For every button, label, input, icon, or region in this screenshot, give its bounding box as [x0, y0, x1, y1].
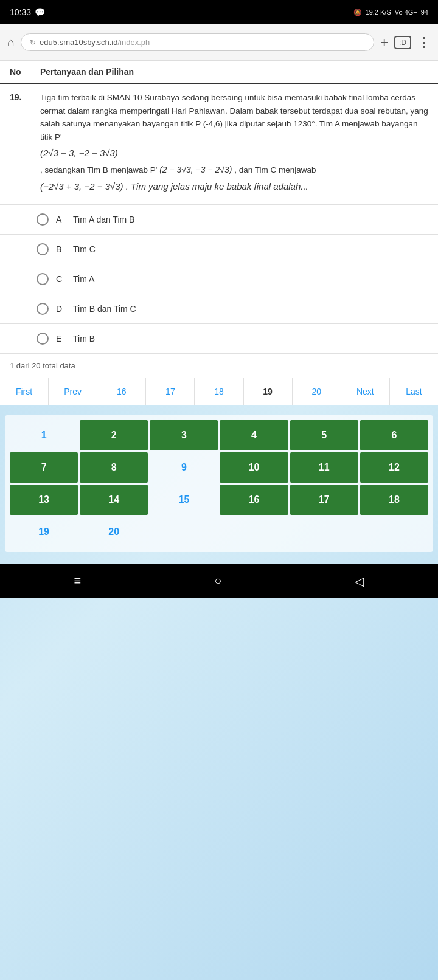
pagination-info: 1 dari 20 total data: [0, 354, 438, 378]
grid-cell-8[interactable]: 8: [80, 452, 148, 483]
grid-cell-16[interactable]: 16: [220, 485, 288, 515]
radio-e[interactable]: [36, 333, 49, 345]
grid-cell-5[interactable]: 5: [290, 420, 358, 450]
status-bar: 10:33 💬 🔕 19.2 K/S Vo 4G+ 94: [0, 0, 438, 24]
pagination-info-text: 1 dari 20 total data: [10, 361, 75, 370]
page-16-button[interactable]: 16: [97, 378, 146, 405]
grid-cell-13[interactable]: 13: [10, 485, 78, 515]
grid-cell-17[interactable]: 17: [290, 485, 358, 515]
tab-count[interactable]: :D: [394, 36, 411, 49]
status-time: 10:33: [10, 7, 31, 17]
grid-cell-7[interactable]: 7: [10, 452, 78, 483]
math-formula-a: (2√3 − 3, −2 − 3√3): [40, 146, 428, 160]
whatsapp-icon: 💬: [35, 7, 45, 17]
option-text-d: Tim B dan Tim C: [73, 304, 136, 314]
question-content: Tiga tim terbaik di SMAN 10 Surabaya sed…: [40, 91, 428, 196]
android-nav: ≡ ○ ◁: [0, 564, 438, 598]
radio-c[interactable]: [36, 273, 49, 285]
url-text: edu5.sma10sby.sch.id/index.ph: [40, 38, 150, 47]
browser-bar: ⌂ ↻ edu5.sma10sby.sch.id/index.ph + :D ⋮: [0, 24, 438, 61]
url-refresh-icon: ↻: [30, 38, 36, 47]
option-text-b: Tim C: [73, 244, 96, 254]
grid-cell-11[interactable]: 11: [290, 452, 358, 483]
grid-cell-9[interactable]: 9: [150, 452, 218, 483]
math-formula-c: (−2√3 + 3, −2 − 3√3) . Tim yang jelas ma…: [40, 179, 428, 194]
grid-cell-1[interactable]: 1: [10, 420, 78, 450]
option-text-a: Tim A dan Tim B: [73, 215, 134, 224]
options-container: A Tim A dan Tim B B Tim C C Tim A D Tim …: [0, 204, 438, 354]
prev-button[interactable]: Prev: [49, 378, 97, 405]
signal-text: 19.2 K/S: [366, 9, 391, 16]
question-number: 19.: [10, 91, 40, 196]
grid-cell-19[interactable]: 19: [10, 517, 78, 547]
android-home-icon[interactable]: ○: [214, 574, 221, 588]
new-tab-button[interactable]: +: [380, 35, 388, 50]
option-d[interactable]: D Tim B dan Tim C: [0, 294, 438, 323]
page-17-button[interactable]: 17: [146, 378, 195, 405]
col-question-header: Pertanyaan dan Pilihan: [40, 67, 428, 77]
option-letter-a: A: [56, 215, 66, 224]
page-20-button[interactable]: 20: [293, 378, 341, 405]
grid-cell-20[interactable]: 20: [80, 517, 148, 547]
option-text-e: Tim B: [73, 334, 95, 343]
option-c[interactable]: C Tim A: [0, 264, 438, 294]
mute-icon: 🔕: [353, 9, 362, 16]
battery-indicator: 94: [421, 9, 428, 16]
option-b[interactable]: B Tim C: [0, 234, 438, 264]
option-text-c: Tim A: [73, 274, 94, 284]
android-menu-icon[interactable]: ≡: [74, 574, 82, 588]
page-18-button[interactable]: 18: [195, 378, 243, 405]
menu-dots-button[interactable]: ⋮: [417, 35, 431, 50]
grid-cell-3[interactable]: 3: [150, 420, 218, 450]
option-e[interactable]: E Tim B: [0, 323, 438, 354]
first-button[interactable]: First: [0, 378, 49, 405]
option-letter-d: D: [56, 304, 66, 314]
option-letter-e: E: [56, 334, 66, 343]
question-text-2: , sedangkan Tim B menjawab P' (2 − 3√3, …: [40, 163, 428, 177]
grid-cell-15[interactable]: 15: [150, 485, 218, 515]
option-letter-c: C: [56, 274, 66, 284]
last-button[interactable]: Last: [390, 378, 438, 405]
grid-cell-4[interactable]: 4: [220, 420, 288, 450]
grid-cell-10[interactable]: 10: [220, 452, 288, 483]
radio-a[interactable]: [36, 213, 49, 226]
main-content: No Pertanyaan dan Pilihan 19. Tiga tim t…: [0, 61, 438, 405]
url-bar[interactable]: ↻ edu5.sma10sby.sch.id/index.ph: [21, 33, 374, 51]
radio-d[interactable]: [36, 303, 49, 315]
number-grid-section: 1234567891011121314151617181920: [5, 415, 433, 552]
pagination-bar[interactable]: First Prev 16 17 18 19 20 Next Last: [0, 378, 438, 405]
network-text: Vo 4G+: [395, 9, 417, 16]
grid-cell-14[interactable]: 14: [80, 485, 148, 515]
number-grid: 1234567891011121314151617181920: [10, 420, 428, 547]
page-19-button[interactable]: 19: [244, 378, 293, 405]
option-letter-b: B: [56, 244, 66, 254]
grid-cell-12[interactable]: 12: [360, 452, 428, 483]
radio-b[interactable]: [36, 243, 49, 255]
option-a[interactable]: A Tim A dan Tim B: [0, 204, 438, 234]
table-header: No Pertanyaan dan Pilihan: [0, 61, 438, 84]
home-button[interactable]: ⌂: [7, 35, 15, 49]
question-row: 19. Tiga tim terbaik di SMAN 10 Surabaya…: [0, 84, 438, 204]
android-back-icon[interactable]: ◁: [355, 574, 364, 588]
next-button[interactable]: Next: [341, 378, 390, 405]
grid-cell-6[interactable]: 6: [360, 420, 428, 450]
question-text-1: Tiga tim terbaik di SMAN 10 Surabaya sed…: [40, 91, 428, 143]
grid-cell-2[interactable]: 2: [80, 420, 148, 450]
col-no-header: No: [10, 67, 40, 77]
grid-cell-18[interactable]: 18: [360, 485, 428, 515]
